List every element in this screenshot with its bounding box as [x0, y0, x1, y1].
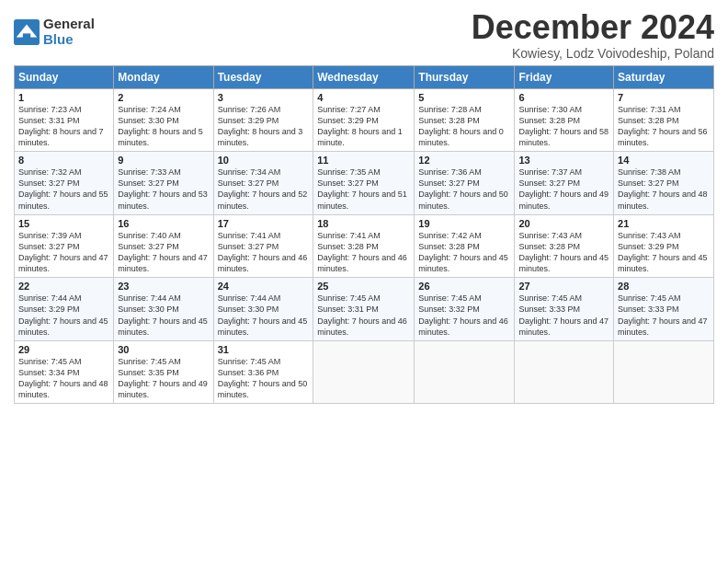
- day-info: Sunrise: 7:31 AMSunset: 3:28 PMDaylight:…: [618, 104, 710, 149]
- week-row-5: 29Sunrise: 7:45 AMSunset: 3:34 PMDayligh…: [15, 340, 714, 404]
- day-cell: 30Sunrise: 7:45 AMSunset: 3:35 PMDayligh…: [114, 340, 213, 404]
- day-number: 4: [317, 92, 410, 103]
- day-info: Sunrise: 7:33 AMSunset: 3:27 PMDaylight:…: [118, 167, 209, 212]
- day-number: 13: [518, 155, 609, 166]
- day-number: 16: [118, 218, 209, 229]
- day-number: 25: [317, 281, 410, 292]
- day-info: Sunrise: 7:34 AMSunset: 3:27 PMDaylight:…: [218, 167, 310, 212]
- day-number: 7: [618, 92, 710, 103]
- week-row-4: 22Sunrise: 7:44 AMSunset: 3:29 PMDayligh…: [15, 278, 714, 341]
- day-number: 20: [518, 218, 609, 229]
- day-cell: 22Sunrise: 7:44 AMSunset: 3:29 PMDayligh…: [15, 278, 114, 341]
- day-info: Sunrise: 7:44 AMSunset: 3:30 PMDaylight:…: [118, 293, 209, 338]
- day-info: Sunrise: 7:45 AMSunset: 3:33 PMDaylight:…: [518, 293, 609, 338]
- day-cell: 7Sunrise: 7:31 AMSunset: 3:28 PMDaylight…: [614, 88, 714, 152]
- day-info: Sunrise: 7:24 AMSunset: 3:30 PMDaylight:…: [118, 104, 209, 149]
- day-cell: 13Sunrise: 7:37 AMSunset: 3:27 PMDayligh…: [515, 152, 614, 215]
- day-info: Sunrise: 7:43 AMSunset: 3:28 PMDaylight:…: [518, 230, 609, 275]
- day-cell: 4Sunrise: 7:27 AMSunset: 3:29 PMDaylight…: [313, 88, 415, 152]
- day-number: 24: [218, 281, 310, 292]
- month-title: December 2024: [472, 9, 714, 46]
- weekday-header-thursday: Thursday: [415, 65, 515, 88]
- day-cell: 19Sunrise: 7:42 AMSunset: 3:28 PMDayligh…: [415, 214, 515, 278]
- day-cell: 26Sunrise: 7:45 AMSunset: 3:32 PMDayligh…: [415, 278, 515, 341]
- day-number: 23: [118, 281, 209, 292]
- day-cell: 14Sunrise: 7:38 AMSunset: 3:27 PMDayligh…: [614, 152, 714, 215]
- day-cell: 24Sunrise: 7:44 AMSunset: 3:30 PMDayligh…: [213, 278, 313, 341]
- day-info: Sunrise: 7:43 AMSunset: 3:29 PMDaylight:…: [618, 230, 710, 275]
- day-cell: 17Sunrise: 7:41 AMSunset: 3:27 PMDayligh…: [213, 214, 313, 278]
- day-cell: 27Sunrise: 7:45 AMSunset: 3:33 PMDayligh…: [515, 278, 614, 341]
- weekday-header-monday: Monday: [114, 65, 213, 88]
- weekday-header-friday: Friday: [515, 65, 614, 88]
- day-info: Sunrise: 7:45 AMSunset: 3:31 PMDaylight:…: [317, 293, 410, 338]
- week-row-1: 1Sunrise: 7:23 AMSunset: 3:31 PMDaylight…: [15, 88, 714, 152]
- day-info: Sunrise: 7:42 AMSunset: 3:28 PMDaylight:…: [418, 230, 510, 275]
- logo-general-label: General: [43, 17, 95, 32]
- day-number: 21: [618, 218, 710, 229]
- day-cell: 2Sunrise: 7:24 AMSunset: 3:30 PMDaylight…: [114, 88, 213, 152]
- day-info: Sunrise: 7:37 AMSunset: 3:27 PMDaylight:…: [518, 167, 609, 212]
- day-info: Sunrise: 7:45 AMSunset: 3:35 PMDaylight:…: [118, 356, 209, 401]
- weekday-header-wednesday: Wednesday: [313, 65, 415, 88]
- day-number: 1: [18, 92, 109, 103]
- day-number: 11: [317, 155, 410, 166]
- calendar-table: SundayMondayTuesdayWednesdayThursdayFrid…: [14, 65, 714, 405]
- week-row-2: 8Sunrise: 7:32 AMSunset: 3:27 PMDaylight…: [15, 152, 714, 215]
- day-number: 29: [18, 344, 109, 355]
- day-info: Sunrise: 7:45 AMSunset: 3:32 PMDaylight:…: [418, 293, 510, 338]
- day-info: Sunrise: 7:28 AMSunset: 3:28 PMDaylight:…: [418, 104, 510, 149]
- day-number: 31: [218, 344, 310, 355]
- day-info: Sunrise: 7:32 AMSunset: 3:27 PMDaylight:…: [18, 167, 109, 212]
- day-cell: 23Sunrise: 7:44 AMSunset: 3:30 PMDayligh…: [114, 278, 213, 341]
- week-row-3: 15Sunrise: 7:39 AMSunset: 3:27 PMDayligh…: [15, 214, 714, 278]
- day-info: Sunrise: 7:38 AMSunset: 3:27 PMDaylight:…: [618, 167, 710, 212]
- day-info: Sunrise: 7:36 AMSunset: 3:27 PMDaylight:…: [418, 167, 510, 212]
- day-number: 15: [18, 218, 109, 229]
- logo-blue-label: Blue: [43, 32, 95, 48]
- day-info: Sunrise: 7:40 AMSunset: 3:27 PMDaylight:…: [118, 230, 209, 275]
- weekday-header-tuesday: Tuesday: [213, 65, 313, 88]
- day-cell: [415, 340, 515, 404]
- day-cell: 29Sunrise: 7:45 AMSunset: 3:34 PMDayligh…: [15, 340, 114, 404]
- day-number: 27: [518, 281, 609, 292]
- day-info: Sunrise: 7:30 AMSunset: 3:28 PMDaylight:…: [518, 104, 609, 149]
- day-cell: 5Sunrise: 7:28 AMSunset: 3:28 PMDaylight…: [415, 88, 515, 152]
- day-cell: 10Sunrise: 7:34 AMSunset: 3:27 PMDayligh…: [213, 152, 313, 215]
- day-info: Sunrise: 7:23 AMSunset: 3:31 PMDaylight:…: [18, 104, 109, 149]
- day-number: 9: [118, 155, 209, 166]
- day-cell: 12Sunrise: 7:36 AMSunset: 3:27 PMDayligh…: [415, 152, 515, 215]
- day-info: Sunrise: 7:27 AMSunset: 3:29 PMDaylight:…: [317, 104, 410, 149]
- day-number: 28: [618, 281, 710, 292]
- day-number: 8: [18, 155, 109, 166]
- location-subtitle: Kowiesy, Lodz Voivodeship, Poland: [472, 46, 714, 61]
- title-block: December 2024 Kowiesy, Lodz Voivodeship,…: [472, 9, 714, 61]
- day-number: 22: [18, 281, 109, 292]
- day-info: Sunrise: 7:45 AMSunset: 3:33 PMDaylight:…: [618, 293, 710, 338]
- weekday-header-row: SundayMondayTuesdayWednesdayThursdayFrid…: [15, 65, 714, 88]
- day-number: 5: [418, 92, 510, 103]
- day-cell: 9Sunrise: 7:33 AMSunset: 3:27 PMDaylight…: [114, 152, 213, 215]
- day-info: Sunrise: 7:44 AMSunset: 3:30 PMDaylight:…: [218, 293, 310, 338]
- day-number: 3: [218, 92, 310, 103]
- day-number: 26: [418, 281, 510, 292]
- day-cell: 11Sunrise: 7:35 AMSunset: 3:27 PMDayligh…: [313, 152, 415, 215]
- day-info: Sunrise: 7:45 AMSunset: 3:36 PMDaylight:…: [218, 356, 310, 401]
- day-info: Sunrise: 7:35 AMSunset: 3:27 PMDaylight:…: [317, 167, 410, 212]
- svg-rect-2: [23, 33, 30, 40]
- logo-text: General Blue: [43, 17, 95, 47]
- logo-icon: [14, 19, 40, 45]
- day-info: Sunrise: 7:41 AMSunset: 3:27 PMDaylight:…: [218, 230, 310, 275]
- day-info: Sunrise: 7:41 AMSunset: 3:28 PMDaylight:…: [317, 230, 410, 275]
- logo: General Blue: [14, 17, 95, 47]
- day-cell: 15Sunrise: 7:39 AMSunset: 3:27 PMDayligh…: [15, 214, 114, 278]
- day-cell: 31Sunrise: 7:45 AMSunset: 3:36 PMDayligh…: [213, 340, 313, 404]
- page-header: General Blue December 2024 Kowiesy, Lodz…: [14, 9, 714, 61]
- day-cell: 20Sunrise: 7:43 AMSunset: 3:28 PMDayligh…: [515, 214, 614, 278]
- day-number: 19: [418, 218, 510, 229]
- day-number: 18: [317, 218, 410, 229]
- day-cell: [614, 340, 714, 404]
- day-number: 2: [118, 92, 209, 103]
- day-number: 30: [118, 344, 209, 355]
- day-info: Sunrise: 7:44 AMSunset: 3:29 PMDaylight:…: [18, 293, 109, 338]
